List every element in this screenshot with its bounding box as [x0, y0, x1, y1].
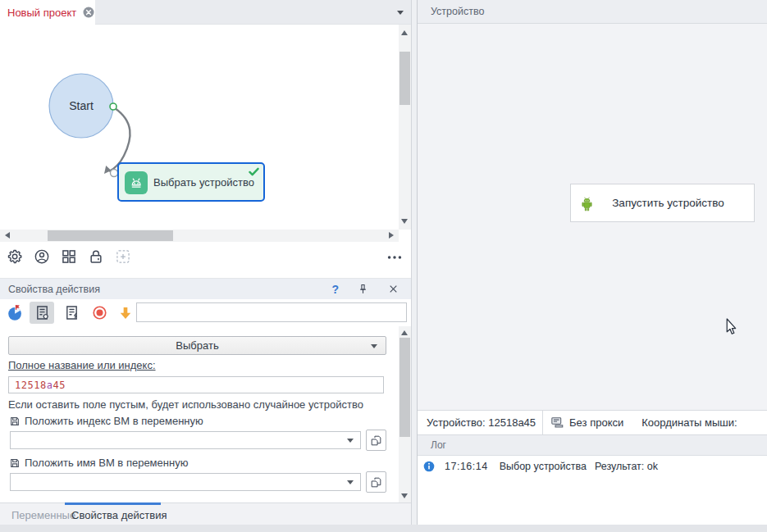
- scroll-down-icon[interactable]: [401, 219, 408, 224]
- close-icon[interactable]: [386, 283, 399, 296]
- tab-close-icon[interactable]: [83, 7, 94, 18]
- put-name-label: Положить имя ВМ в переменную: [9, 457, 188, 469]
- more-options-icon[interactable]: [385, 248, 404, 267]
- log-panel-title: Лог: [431, 439, 446, 451]
- log-entry-result: Результат: ok: [595, 461, 658, 472]
- flow-canvas[interactable]: Start: [0, 25, 411, 230]
- device-panel-header: Устройство: [418, 0, 767, 24]
- canvas-vertical-scrollbar[interactable]: [399, 25, 411, 230]
- properties-toolbar: [0, 299, 411, 326]
- tab-new-project[interactable]: Новый проект: [0, 0, 95, 25]
- window-bottom-strip: [0, 525, 767, 532]
- chevron-down-icon: [347, 439, 354, 443]
- active-tab-indicator: [65, 502, 161, 505]
- copy-name-variable-button[interactable]: [366, 471, 386, 493]
- log-entry[interactable]: 17:16:14 Выбор устройства Результат: ok: [418, 456, 767, 472]
- android-device-icon: [125, 171, 148, 194]
- action-settings-icon[interactable]: [30, 302, 54, 324]
- scroll-left-icon[interactable]: [5, 232, 10, 239]
- copy-icon: [370, 434, 382, 447]
- download-arrow-icon[interactable]: [115, 302, 136, 324]
- select-device-dropdown-button[interactable]: Выбрать: [8, 336, 386, 355]
- put-index-variable-combobox[interactable]: [10, 431, 361, 449]
- properties-vertical-scrollbar[interactable]: [399, 326, 411, 502]
- launch-device-button[interactable]: Запустить устройство: [570, 184, 755, 222]
- pin-icon[interactable]: [356, 283, 369, 296]
- status-mouse-coordinates: Координаты мыши:: [641, 416, 737, 429]
- grid-view-icon[interactable]: [59, 247, 79, 266]
- log-panel-body: 17:16:14 Выбор устройства Результат: ok: [418, 456, 767, 525]
- device-hint-text: Если оставить поле пустым, будет использ…: [8, 398, 363, 411]
- action-script-icon[interactable]: [59, 302, 84, 324]
- output-port-dot[interactable]: [110, 103, 116, 110]
- editor-panel: Новый проект Start: [0, 0, 411, 525]
- settings-gear-icon[interactable]: [5, 247, 25, 266]
- tab-variables[interactable]: Переменные: [11, 509, 75, 521]
- save-icon: [9, 416, 21, 427]
- scroll-right-icon[interactable]: [389, 232, 394, 239]
- properties-vscroll-thumb[interactable]: [399, 338, 410, 437]
- device-name-link[interactable]: Полное название или индекс:: [8, 359, 156, 371]
- canvas-toolbar: [0, 242, 411, 279]
- tab-list-dropdown-icon[interactable]: [397, 11, 404, 15]
- record-icon[interactable]: [89, 302, 110, 324]
- copy-index-variable-button[interactable]: [366, 430, 386, 451]
- properties-panel-header: Свойства действия ?: [0, 279, 411, 299]
- launch-device-label: Запустить устройство: [612, 197, 724, 209]
- scroll-down-icon[interactable]: [401, 493, 408, 498]
- action-node-select-device[interactable]: Выбрать устройство: [117, 162, 265, 202]
- add-selection-icon[interactable]: [113, 247, 133, 266]
- user-icon[interactable]: [32, 247, 52, 266]
- status-separator: [542, 411, 543, 435]
- success-check-icon: [249, 167, 259, 176]
- device-panel: Устройство Запустить ус: [418, 0, 767, 525]
- properties-panel-title: Свойства действия: [8, 284, 100, 295]
- log-entry-time: 17:16:14: [445, 461, 488, 472]
- lock-icon[interactable]: [86, 247, 106, 266]
- android-robot-icon: [580, 196, 594, 212]
- proxy-computer-icon: [550, 416, 564, 429]
- panel-splitter[interactable]: [411, 0, 418, 525]
- device-panel-title: Устройство: [431, 6, 484, 17]
- project-tabbar: Новый проект: [0, 0, 411, 25]
- select-device-dropdown-label: Выбрать: [176, 339, 218, 352]
- app-root: Новый проект Start: [0, 0, 767, 532]
- action-node-label: Выбрать устройство: [153, 164, 254, 200]
- status-proxy-label: Без прокси: [569, 416, 623, 429]
- put-index-label: Положить индекс ВМ в переменную: [9, 415, 203, 427]
- bottom-tabbar: Переменные Свойства действия: [0, 502, 411, 525]
- log-panel-header: Лог: [418, 435, 767, 456]
- save-icon: [9, 457, 21, 469]
- canvas-horizontal-scrollbar[interactable]: [0, 230, 399, 242]
- copy-icon: [370, 476, 382, 489]
- mouse-cursor-icon: [726, 318, 738, 336]
- report-pie-icon[interactable]: [5, 302, 25, 324]
- info-icon: [423, 461, 435, 472]
- canvas-hscroll-thumb[interactable]: [48, 230, 173, 241]
- tab-action-properties[interactable]: Свойства действия: [71, 509, 167, 521]
- put-name-variable-combobox[interactable]: [10, 473, 361, 491]
- chevron-down-icon: [371, 344, 377, 348]
- chevron-down-icon: [347, 480, 354, 484]
- scroll-up-icon[interactable]: [401, 30, 408, 35]
- status-device-id: Устройство: 12518a45: [427, 416, 536, 429]
- properties-panel-body: Выбрать Полное название или индекс: 1251…: [0, 326, 411, 502]
- device-id-input[interactable]: 12518a45: [8, 376, 384, 393]
- device-status-bar: Устройство: 12518a45 Без прокси Координа…: [418, 410, 767, 435]
- log-entry-action: Выбор устройства: [500, 461, 587, 472]
- device-id-value: 12518a45: [15, 380, 66, 391]
- scroll-up-icon[interactable]: [401, 330, 408, 335]
- start-node-label: Start: [69, 99, 94, 112]
- help-icon[interactable]: ?: [331, 283, 339, 296]
- action-filter-input[interactable]: [136, 302, 407, 322]
- canvas-vscroll-thumb[interactable]: [399, 52, 410, 105]
- device-screen-area: Запустить устройство: [418, 24, 767, 410]
- status-proxy[interactable]: Без прокси: [550, 416, 623, 429]
- tab-new-project-label: Новый проект: [7, 7, 76, 19]
